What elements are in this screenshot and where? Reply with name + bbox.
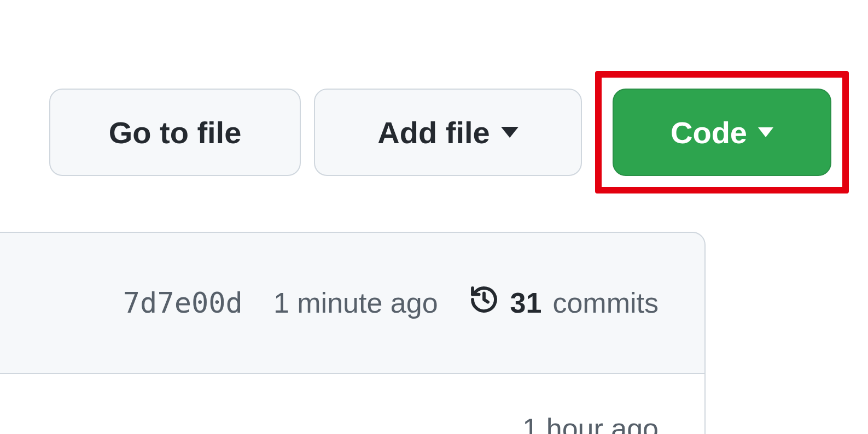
file-time: 1 hour ago: [522, 412, 659, 434]
go-to-file-button[interactable]: Go to file: [49, 89, 301, 176]
add-file-label: Add file: [377, 115, 490, 150]
commit-time[interactable]: 1 minute ago: [273, 286, 438, 319]
commits-link[interactable]: 31 commits: [469, 284, 659, 321]
highlight-annotation: Code: [595, 71, 849, 193]
code-label: Code: [671, 115, 747, 150]
history-icon: [469, 284, 499, 321]
go-to-file-label: Go to file: [109, 115, 242, 150]
commit-hash[interactable]: 7d7e00d: [123, 286, 243, 319]
commits-label: commits: [552, 286, 659, 319]
file-row[interactable]: 1 hour ago: [0, 374, 706, 434]
caret-down-icon: [758, 127, 773, 137]
repo-toolbar: Go to file Add file Code: [0, 0, 868, 193]
commits-count: 31: [510, 286, 542, 319]
code-button[interactable]: Code: [613, 89, 831, 176]
commit-summary-bar: 7d7e00d 1 minute ago 31 commits: [0, 232, 706, 374]
add-file-button[interactable]: Add file: [314, 89, 582, 176]
caret-down-icon: [501, 127, 519, 138]
